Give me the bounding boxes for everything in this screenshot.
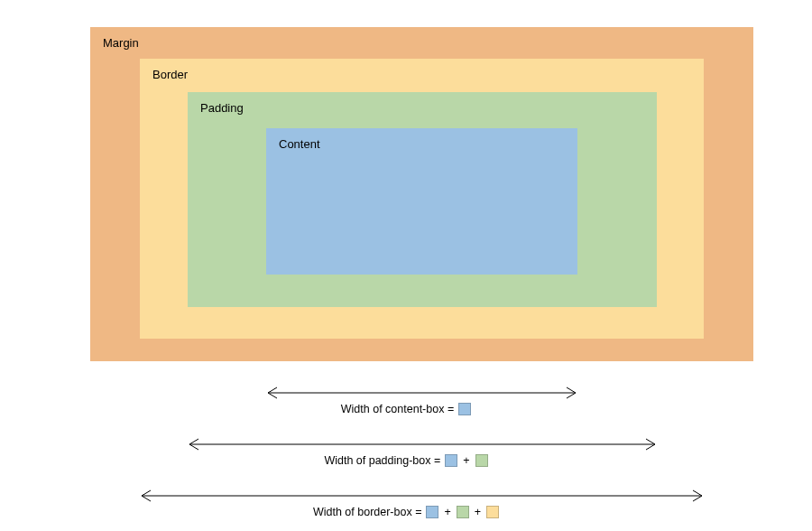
legend-text-padding: Width of padding-box = + xyxy=(0,454,812,467)
plus-icon: + xyxy=(475,506,481,518)
box-model-diagram: Margin Border Padding Content xyxy=(90,27,753,361)
plus-icon: + xyxy=(444,506,450,518)
plus-icon: + xyxy=(463,454,469,467)
content-box: Content xyxy=(266,128,577,275)
content-swatch-icon xyxy=(445,454,457,467)
padding-label: Padding xyxy=(200,101,244,115)
border-swatch-icon xyxy=(486,506,499,518)
padding-swatch-icon xyxy=(475,454,488,467)
double-arrow-icon xyxy=(266,387,577,399)
content-swatch-icon xyxy=(426,506,438,518)
padding-swatch-icon xyxy=(457,506,469,518)
legend-text-content: Width of content-box = xyxy=(0,403,812,415)
double-arrow-icon xyxy=(140,489,704,502)
legend-row-padding: Width of padding-box = + xyxy=(0,429,812,479)
legend-row-content: Width of content-box = xyxy=(0,377,812,427)
content-swatch-icon xyxy=(458,403,471,415)
legend-label: Width of border-box = xyxy=(313,506,422,518)
margin-label: Margin xyxy=(103,36,139,50)
border-label: Border xyxy=(152,68,188,81)
legend-row-border: Width of border-box = + + xyxy=(0,480,812,530)
content-label: Content xyxy=(279,137,320,151)
legend-text-border: Width of border-box = + + xyxy=(0,506,812,518)
legend-label: Width of padding-box = xyxy=(324,454,440,467)
legend: Width of content-box = Width of padding-… xyxy=(0,377,812,531)
legend-label: Width of content-box = xyxy=(341,403,454,415)
double-arrow-icon xyxy=(188,438,657,451)
